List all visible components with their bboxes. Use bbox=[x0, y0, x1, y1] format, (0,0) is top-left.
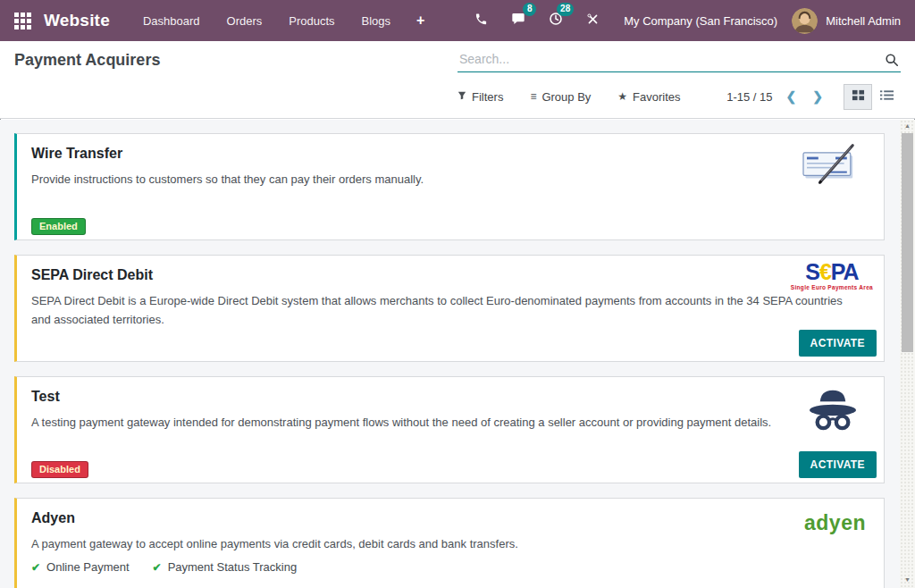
vertical-scrollbar[interactable]: ▲ ▼ bbox=[900, 120, 915, 588]
view-switcher bbox=[844, 84, 901, 110]
favorites-button[interactable]: ★ Favorites bbox=[617, 90, 680, 104]
acquirer-card-sepa[interactable]: SEPA Direct Debit SEPA Direct Debit is a… bbox=[14, 255, 885, 362]
acquirer-description: A payment gateway to accept online payme… bbox=[31, 534, 853, 553]
search-icon[interactable] bbox=[885, 53, 899, 71]
developer-tools-button[interactable] bbox=[575, 5, 611, 37]
list-icon bbox=[880, 88, 894, 105]
feature-item: ✔ Online Payment bbox=[31, 560, 130, 574]
filter-icon bbox=[458, 90, 466, 103]
page-title: Payment Acquirers bbox=[14, 51, 160, 70]
activities-count-badge: 28 bbox=[557, 3, 574, 16]
feature-item: ✔ Payment Status Tracking bbox=[153, 560, 298, 574]
user-name: Mitchell Admin bbox=[826, 14, 901, 28]
user-avatar bbox=[792, 8, 818, 34]
checkmark-icon: ✔ bbox=[31, 561, 40, 574]
acquirer-title[interactable]: Test bbox=[31, 389, 869, 405]
menu-orders[interactable]: Orders bbox=[214, 2, 276, 40]
star-icon: ★ bbox=[617, 90, 627, 103]
acquirer-title[interactable]: Adyen bbox=[31, 510, 869, 526]
wire-transfer-check-icon bbox=[800, 139, 864, 189]
acquirer-title[interactable]: Wire Transfer bbox=[31, 146, 869, 162]
menu-products[interactable]: Products bbox=[275, 2, 348, 40]
voip-phone-button[interactable] bbox=[463, 5, 499, 37]
activate-button[interactable]: ACTIVATE bbox=[799, 451, 877, 478]
company-switcher[interactable]: My Company (San Francisco) bbox=[611, 14, 792, 28]
sepa-logo: S€PA Single Euro Payments Area bbox=[791, 261, 873, 290]
apps-grid-icon[interactable] bbox=[14, 13, 31, 29]
kanban-icon bbox=[852, 88, 865, 105]
feature-list: ✔ Online Payment ✔ Payment Status Tracki… bbox=[31, 560, 297, 574]
messages-count-badge: 8 bbox=[523, 3, 536, 16]
filters-label: Filters bbox=[472, 90, 503, 104]
pager-previous-button[interactable]: ❮ bbox=[778, 86, 805, 107]
feature-label: Online Payment bbox=[46, 560, 130, 574]
phone-icon bbox=[474, 13, 488, 29]
acquirer-description: A testing payment gateway intended for d… bbox=[31, 413, 853, 432]
scroll-down-arrow[interactable]: ▼ bbox=[900, 574, 915, 586]
sepa-logo-subtext: Single Euro Payments Area bbox=[791, 284, 873, 290]
group-by-label: Group By bbox=[541, 90, 591, 104]
scroll-up-arrow[interactable]: ▲ bbox=[900, 120, 915, 132]
list-view-button[interactable] bbox=[872, 84, 901, 110]
chat-bubble-icon bbox=[511, 12, 525, 29]
new-content-button[interactable]: + bbox=[404, 4, 437, 38]
menu-blogs[interactable]: Blogs bbox=[348, 2, 405, 40]
activate-button[interactable]: ACTIVATE bbox=[799, 330, 877, 357]
search-bar bbox=[458, 46, 901, 72]
checkmark-icon: ✔ bbox=[153, 561, 162, 574]
status-badge: Enabled bbox=[31, 218, 86, 235]
menu-dashboard[interactable]: Dashboard bbox=[130, 2, 214, 40]
acquirer-card-wire-transfer[interactable]: Wire Transfer Provide instructions to cu… bbox=[14, 133, 885, 240]
kanban-view-button[interactable] bbox=[844, 84, 872, 110]
navbar-systray: 8 28 My Company (San Francisco) Mitchell… bbox=[463, 4, 902, 37]
group-by-icon: ≡ bbox=[530, 90, 536, 103]
app-name[interactable]: Website bbox=[44, 11, 110, 30]
filters-button[interactable]: Filters bbox=[458, 90, 503, 104]
group-by-button[interactable]: ≡ Group By bbox=[530, 90, 591, 104]
status-badge: Disabled bbox=[31, 461, 88, 478]
messages-button[interactable]: 8 bbox=[499, 4, 537, 37]
feature-label: Payment Status Tracking bbox=[168, 560, 298, 574]
acquirer-description: Provide instructions to customers so tha… bbox=[31, 170, 853, 189]
tools-icon bbox=[586, 13, 600, 29]
app-window: Website Dashboard Orders Products Blogs … bbox=[0, 0, 915, 588]
search-options-row: Filters ≡ Group By ★ Favorites 1-15 / 15… bbox=[458, 80, 901, 113]
kanban-view: Wire Transfer Provide instructions to cu… bbox=[0, 120, 915, 588]
favorites-label: Favorites bbox=[633, 90, 680, 104]
pager-range: 1-15 / 15 bbox=[726, 90, 772, 104]
acquirer-card-test[interactable]: Test A testing payment gateway intended … bbox=[14, 376, 885, 483]
acquirer-card-adyen[interactable]: Adyen A payment gateway to accept online… bbox=[14, 498, 885, 588]
search-input[interactable] bbox=[458, 46, 901, 71]
control-panel: Payment Acquirers Filters ≡ Group By ★ F… bbox=[0, 41, 915, 119]
adyen-logo: adyen bbox=[804, 513, 866, 533]
spy-icon bbox=[805, 386, 860, 436]
user-menu[interactable]: Mitchell Admin bbox=[792, 8, 902, 34]
activities-button[interactable]: 28 bbox=[537, 4, 575, 37]
acquirer-description: SEPA Direct Debit is a Europe-wide Direc… bbox=[31, 291, 853, 329]
scrollbar-thumb[interactable] bbox=[902, 133, 913, 352]
top-navbar: Website Dashboard Orders Products Blogs … bbox=[0, 0, 915, 41]
euro-sign: € bbox=[819, 259, 831, 284]
pager-next-button[interactable]: ❯ bbox=[804, 86, 831, 107]
acquirer-title[interactable]: SEPA Direct Debit bbox=[31, 267, 869, 283]
